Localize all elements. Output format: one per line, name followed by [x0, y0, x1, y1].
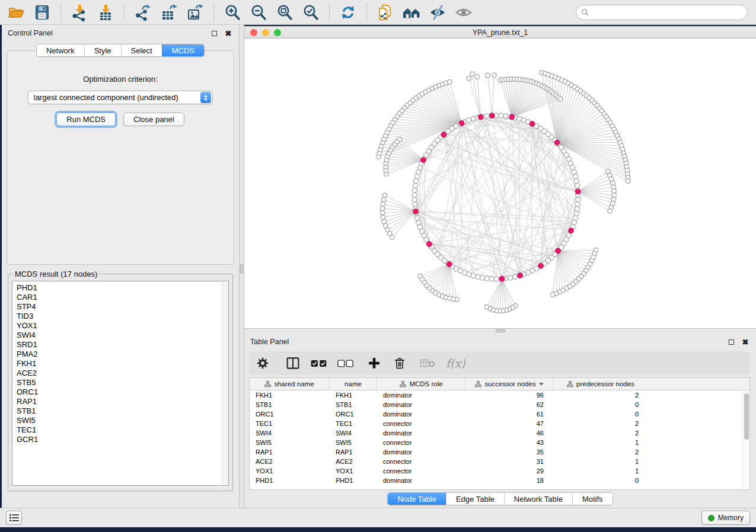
table-row[interactable]: TEC1TEC1connector472 — [250, 419, 749, 428]
float-panel-icon[interactable] — [726, 337, 736, 347]
cell-name[interactable]: STB1 — [330, 401, 377, 408]
maximize-window-icon[interactable] — [274, 29, 281, 36]
cell-shared-name[interactable]: SWI4 — [250, 430, 330, 437]
cell-name[interactable]: ACE2 — [330, 458, 377, 465]
hide-selected-icon[interactable] — [426, 2, 449, 23]
splitter-handle[interactable] — [496, 329, 505, 332]
export-table-icon[interactable] — [158, 2, 180, 23]
open-file-icon[interactable] — [5, 2, 27, 23]
cell-name[interactable]: FKH1 — [330, 392, 377, 399]
mcds-result-item[interactable]: FKH1 — [17, 359, 228, 368]
cell-MCDS-role[interactable]: dominator — [377, 448, 466, 456]
first-neighbors-icon[interactable] — [400, 2, 423, 23]
tab-mcds[interactable]: MCDS — [162, 44, 204, 56]
save-session-icon[interactable] — [31, 2, 53, 23]
export-image-icon[interactable] — [184, 2, 206, 23]
cell-predecessor-nodes[interactable]: 0 — [553, 477, 648, 484]
mcds-result-item[interactable]: PMA2 — [17, 350, 228, 359]
mcds-result-item[interactable]: ORC1 — [17, 387, 228, 397]
import-network-icon[interactable] — [68, 2, 91, 23]
mcds-result-item[interactable]: SRD1 — [17, 340, 228, 350]
cell-name[interactable]: ORC1 — [330, 411, 377, 418]
cell-name[interactable]: RAP1 — [330, 448, 377, 456]
column-header-predecessor-nodes[interactable]: predecessor nodes — [553, 378, 648, 390]
table-row[interactable]: STB1STB1dominator620 — [250, 400, 749, 409]
tab-network-table[interactable]: Network Table — [504, 493, 572, 505]
network-canvas[interactable] — [244, 39, 756, 328]
table-row[interactable]: SWI5SWI5connector431 — [250, 438, 749, 447]
cell-successor-nodes[interactable]: 18 — [466, 477, 553, 484]
search-input[interactable] — [592, 8, 742, 17]
scrollbar-thumb[interactable] — [744, 393, 749, 440]
mcds-result-item[interactable]: SWI5 — [17, 416, 228, 425]
table-row[interactable]: SWI4SWI4dominator462 — [250, 428, 749, 438]
table-row[interactable]: FKH1FKH1dominator962 — [250, 390, 749, 400]
cell-predecessor-nodes[interactable]: 1 — [553, 458, 648, 465]
column-header-MCDS-role[interactable]: MCDS role — [377, 378, 466, 390]
cell-successor-nodes[interactable]: 47 — [466, 420, 553, 427]
mcds-result-item[interactable]: SWI4 — [17, 331, 228, 340]
close-window-icon[interactable] — [250, 29, 257, 36]
cell-shared-name[interactable]: TEC1 — [250, 420, 330, 427]
table-row[interactable]: ACE2ACE2connector311 — [250, 457, 749, 466]
cell-name[interactable]: YOX1 — [330, 467, 377, 475]
cell-MCDS-role[interactable]: dominator — [377, 392, 466, 399]
tab-style[interactable]: Style — [84, 44, 121, 56]
cell-shared-name[interactable]: RAP1 — [250, 448, 330, 456]
mcds-result-item[interactable]: ACE2 — [17, 368, 228, 378]
cell-MCDS-role[interactable]: dominator — [377, 430, 466, 437]
close-panel-icon[interactable]: ✖ — [741, 337, 750, 347]
cell-successor-nodes[interactable]: 96 — [466, 392, 553, 399]
table-row[interactable]: PHD1PHD1dominator180 — [250, 476, 749, 485]
cell-successor-nodes[interactable]: 31 — [466, 458, 553, 465]
cell-predecessor-nodes[interactable]: 1 — [553, 439, 648, 446]
mcds-result-item[interactable]: STB5 — [17, 378, 228, 387]
cell-shared-name[interactable]: PHD1 — [250, 477, 330, 484]
mcds-result-item[interactable]: YOX1 — [17, 321, 228, 331]
cell-name[interactable]: TEC1 — [330, 420, 377, 427]
cell-predecessor-nodes[interactable]: 0 — [553, 401, 648, 408]
cell-shared-name[interactable]: FKH1 — [250, 392, 330, 399]
mcds-result-item[interactable]: STP4 — [17, 302, 228, 312]
column-header-successor-nodes[interactable]: successor nodes — [466, 378, 553, 390]
zoom-fit-icon[interactable] — [273, 2, 296, 23]
optimization-criterion-select[interactable]: largest connected component (undirected) — [28, 91, 213, 104]
select-all-icon[interactable] — [311, 355, 327, 371]
horizontal-splitter[interactable] — [244, 329, 756, 334]
cell-successor-nodes[interactable]: 29 — [466, 467, 553, 475]
tab-select[interactable]: Select — [121, 44, 162, 56]
create-column-icon[interactable] — [368, 355, 381, 371]
list-scrollbar[interactable] — [222, 282, 228, 485]
delete-table-icon[interactable] — [420, 355, 435, 371]
search-box[interactable] — [576, 5, 748, 20]
cell-predecessor-nodes[interactable]: 2 — [553, 430, 648, 437]
zoom-in-icon[interactable] — [221, 2, 244, 23]
network-titlebar[interactable]: YPA_prune.txt_1 — [244, 26, 756, 39]
show-column-panel-icon[interactable] — [286, 355, 300, 371]
clone-network-icon[interactable] — [374, 2, 397, 23]
cell-MCDS-role[interactable]: connector — [377, 458, 466, 465]
deselect-all-icon[interactable] — [337, 355, 353, 371]
cell-predecessor-nodes[interactable]: 1 — [553, 467, 648, 475]
cell-successor-nodes[interactable]: 35 — [466, 448, 553, 456]
table-scrollbar[interactable] — [742, 391, 749, 489]
refresh-layout-icon[interactable] — [337, 2, 359, 23]
splitter-handle[interactable] — [240, 264, 243, 274]
mcds-result-item[interactable]: TEC1 — [17, 425, 228, 435]
cell-shared-name[interactable]: STB1 — [250, 401, 330, 408]
cell-shared-name[interactable]: SWI5 — [250, 439, 330, 446]
cell-MCDS-role[interactable]: dominator — [377, 411, 466, 418]
mcds-result-list[interactable]: PHD1CAR1STP4TID3YOX1SWI4SRD1PMA2FKH1ACE2… — [12, 281, 229, 486]
mcds-result-item[interactable]: CAR1 — [17, 293, 228, 302]
task-history-button[interactable] — [6, 511, 22, 525]
table-row[interactable]: YOX1YOX1connector291 — [250, 466, 749, 476]
zoom-selected-icon[interactable] — [299, 2, 322, 23]
mcds-result-item[interactable]: PHD1 — [17, 283, 228, 293]
cell-shared-name[interactable]: YOX1 — [250, 467, 330, 475]
zoom-out-icon[interactable] — [247, 2, 270, 23]
cell-predecessor-nodes[interactable]: 2 — [553, 448, 648, 456]
cell-name[interactable]: SWI5 — [330, 439, 377, 446]
cell-MCDS-role[interactable]: connector — [377, 420, 466, 427]
table-settings-icon[interactable] — [256, 355, 269, 371]
run-mcds-button[interactable]: Run MCDS — [56, 113, 116, 126]
